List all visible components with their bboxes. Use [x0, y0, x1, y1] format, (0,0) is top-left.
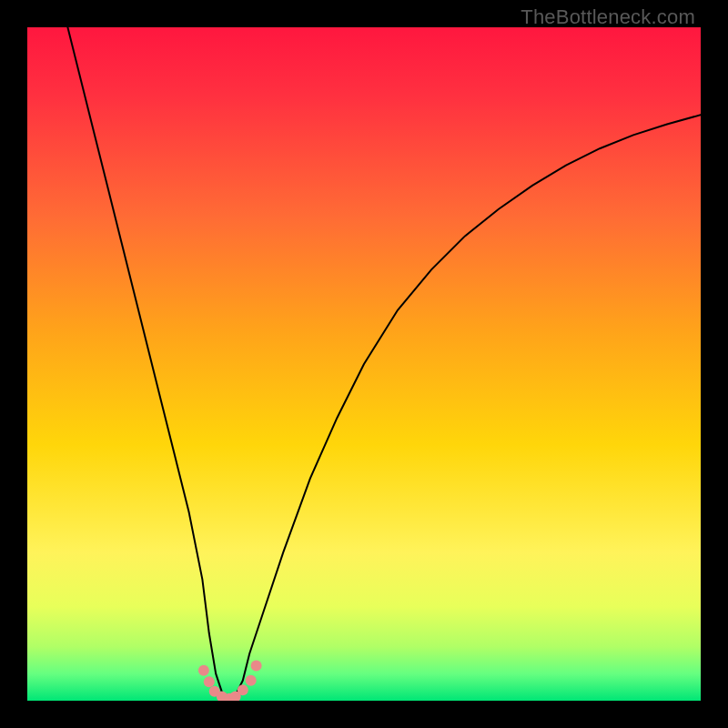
- chart-svg: [27, 27, 701, 701]
- trough-marker: [198, 665, 209, 676]
- bottleneck-curve-path: [67, 27, 701, 701]
- watermark-text: TheBottleneck.com: [521, 5, 695, 29]
- trough-marker: [238, 684, 248, 695]
- trough-marker: [246, 675, 257, 686]
- trough-marker: [204, 676, 215, 687]
- trough-marker-group: [198, 661, 262, 701]
- plot-area: [27, 27, 701, 701]
- chart-frame: TheBottleneck.com: [0, 0, 728, 728]
- trough-marker: [251, 661, 262, 672]
